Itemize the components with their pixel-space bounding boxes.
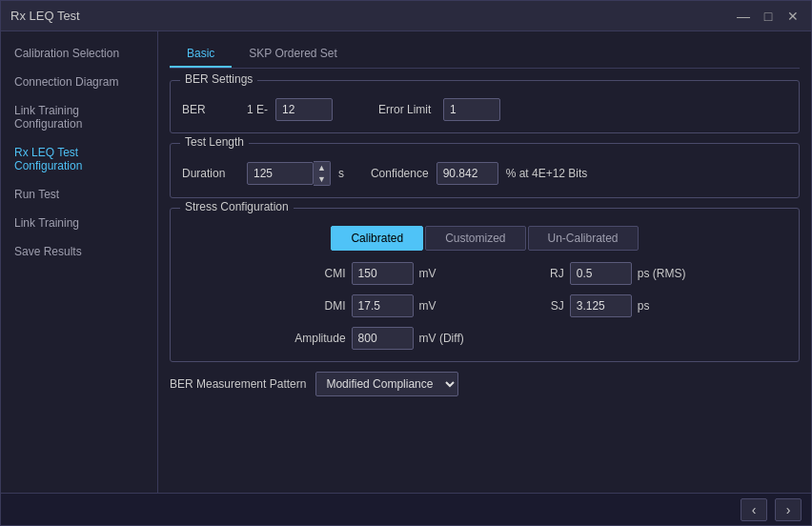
ber-settings-label: BER Settings xyxy=(180,72,257,86)
sj-unit: ps xyxy=(638,299,650,313)
rj-row: RJ ps (RMS) xyxy=(502,262,686,285)
window-controls: — □ ✕ xyxy=(735,9,802,24)
amplitude-unit: mV (Diff) xyxy=(419,332,464,345)
ber-pattern-label: BER Measurement Pattern xyxy=(170,377,306,391)
amplitude-row: Amplitude mV (Diff) xyxy=(284,327,464,350)
tab-basic[interactable]: Basic xyxy=(170,41,232,68)
cmi-row: CMI mV xyxy=(284,262,464,285)
sidebar-item-rx-leq[interactable]: Rx LEQ Test Configuration xyxy=(1,138,157,180)
duration-decrement[interactable]: ▼ xyxy=(314,173,330,185)
sidebar-item-link-training-config[interactable]: Link Training Configuration xyxy=(1,96,157,138)
ber-settings-section: BER Settings BER 1 E- Error Limit xyxy=(170,80,800,133)
sj-input[interactable] xyxy=(570,294,632,317)
stress-tab-customized[interactable]: Customized xyxy=(425,226,525,251)
ber-label: BER xyxy=(182,103,239,116)
stress-tab-calibrated[interactable]: Calibrated xyxy=(331,226,423,251)
sidebar-item-link-training[interactable]: Link Training xyxy=(1,209,157,237)
error-limit-label: Error Limit xyxy=(378,103,436,116)
ber-pattern-row: BER Measurement Pattern Modified Complia… xyxy=(170,372,800,396)
tab-skp[interactable]: SKP Ordered Set xyxy=(232,41,355,68)
error-limit-input[interactable] xyxy=(443,98,500,121)
dmi-label: DMI xyxy=(284,299,346,313)
stress-tab-uncalibrated[interactable]: Un-Calibrated xyxy=(528,226,639,251)
tab-bar: Basic SKP Ordered Set xyxy=(170,41,800,69)
confidence-label: Confidence xyxy=(371,167,429,180)
sidebar-item-save-results[interactable]: Save Results xyxy=(1,237,157,266)
duration-spinner: ▲ ▼ xyxy=(247,161,331,186)
dmi-row: DMI mV xyxy=(284,294,464,317)
close-button[interactable]: ✕ xyxy=(784,9,802,24)
test-length-label: Test Length xyxy=(180,135,249,149)
duration-increment[interactable]: ▲ xyxy=(314,162,330,173)
minimize-button[interactable]: — xyxy=(735,9,752,24)
title-bar: Rx LEQ Test — □ ✕ xyxy=(1,1,811,31)
ber-pattern-select[interactable]: Modified Compliance Compliance PRBS7 PRB… xyxy=(315,372,458,396)
cmi-unit: mV xyxy=(419,267,436,280)
sidebar-item-connection[interactable]: Connection Diagram xyxy=(1,68,157,96)
sidebar-item-run-test[interactable]: Run Test xyxy=(1,180,157,209)
rj-label: RJ xyxy=(502,267,564,280)
maximize-button[interactable]: □ xyxy=(760,9,777,24)
window-title: Rx LEQ Test xyxy=(10,9,80,23)
amplitude-label: Amplitude xyxy=(284,332,346,345)
stress-config-section: Stress Configuration Calibrated Customiz… xyxy=(170,208,800,362)
rj-input[interactable] xyxy=(570,262,632,285)
duration-label: Duration xyxy=(182,167,239,180)
ber-prefix: 1 E- xyxy=(247,103,268,116)
cmi-label: CMI xyxy=(284,267,346,280)
dmi-input[interactable] xyxy=(352,294,414,317)
duration-spinner-buttons: ▲ ▼ xyxy=(314,161,331,186)
sidebar-item-calibration[interactable]: Calibration Selection xyxy=(1,39,157,68)
confidence-suffix: % at 4E+12 Bits xyxy=(506,167,588,180)
content-area: Basic SKP Ordered Set BER Settings BER 1… xyxy=(158,31,811,493)
prev-button[interactable]: ‹ xyxy=(741,498,767,521)
amplitude-input[interactable] xyxy=(352,327,414,350)
duration-input[interactable] xyxy=(247,162,314,185)
stress-tab-bar: Calibrated Customized Un-Calibrated xyxy=(182,226,787,251)
sidebar: Calibration Selection Connection Diagram… xyxy=(1,31,158,493)
main-window: Rx LEQ Test — □ ✕ Calibration Selection … xyxy=(0,0,812,526)
stress-config-label: Stress Configuration xyxy=(180,200,294,213)
ber-row: BER 1 E- Error Limit xyxy=(182,98,787,121)
sj-row: SJ ps xyxy=(502,294,686,317)
duration-unit: s xyxy=(338,167,344,180)
test-length-section: Test Length Duration ▲ ▼ s Confidence % … xyxy=(170,143,800,198)
bottom-bar: ‹ › xyxy=(1,493,811,525)
ber-value-input[interactable] xyxy=(275,98,333,121)
stress-fields-container: CMI mV DMI mV Amplitude mV (Diff) xyxy=(182,262,787,350)
sj-label: SJ xyxy=(502,299,564,313)
dmi-unit: mV xyxy=(419,299,436,313)
rj-unit: ps (RMS) xyxy=(638,267,686,280)
stress-right-fields: RJ ps (RMS) SJ ps xyxy=(502,262,686,350)
main-content: Calibration Selection Connection Diagram… xyxy=(1,31,811,493)
test-length-row: Duration ▲ ▼ s Confidence % at 4E+12 Bit… xyxy=(182,161,787,186)
cmi-input[interactable] xyxy=(352,262,414,285)
confidence-input[interactable] xyxy=(436,162,498,185)
next-button[interactable]: › xyxy=(775,498,802,521)
stress-left-fields: CMI mV DMI mV Amplitude mV (Diff) xyxy=(284,262,464,350)
